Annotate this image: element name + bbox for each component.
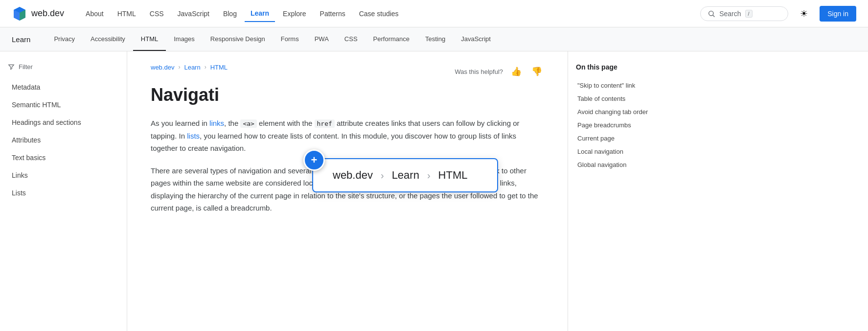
nav-links: About HTML CSS JavaScript Blog Learn Exp… <box>80 5 700 22</box>
svg-line-4 <box>713 15 714 17</box>
sidebar-item-text-basics[interactable]: Text basics <box>0 149 127 166</box>
toc-item-local-navigation[interactable]: Local navigation <box>572 145 667 158</box>
content-area: web.dev › Learn › HTML Was this helpful?… <box>127 51 568 331</box>
search-box[interactable]: Search / <box>700 6 788 21</box>
sub-nav: Learn Privacy Accessibility HTML Images … <box>0 27 868 51</box>
breadcrumb-sep-1: › <box>178 64 180 71</box>
right-panel: On this page "Skip to content" link Tabl… <box>568 51 675 331</box>
toc-item-global-navigation[interactable]: Global navigation <box>572 158 667 171</box>
filter-bar[interactable]: Filter <box>0 59 127 74</box>
sign-in-button[interactable]: Sign in <box>820 6 856 22</box>
filter-label: Filter <box>19 63 33 71</box>
page-title: Navigati <box>151 85 544 105</box>
toc-item-current-page[interactable]: Current page <box>572 132 667 145</box>
tab-javascript[interactable]: JavaScript <box>453 27 499 51</box>
nav-patterns[interactable]: Patterns <box>314 6 351 22</box>
nav-right: Search / ☀ Sign in <box>700 6 856 22</box>
tab-accessibility[interactable]: Accessibility <box>83 27 133 51</box>
helpful-label: Was this helpful? <box>455 68 503 75</box>
anchor-tag: <a> <box>240 119 256 128</box>
tooltip-site: web.dev <box>333 169 373 182</box>
tab-images[interactable]: Images <box>166 27 203 51</box>
tab-performance[interactable]: Performance <box>365 27 417 51</box>
tooltip-sep-1: › <box>381 170 384 181</box>
tab-pwa[interactable]: PWA <box>307 27 337 51</box>
theme-toggle-button[interactable]: ☀ <box>796 6 812 22</box>
sub-nav-tabs: Privacy Accessibility HTML Images Respon… <box>46 27 499 51</box>
filter-icon <box>8 64 15 71</box>
thumbs-down-button[interactable]: 👎 <box>529 64 544 79</box>
logo-link[interactable]: web.dev <box>12 6 64 22</box>
logo-text: web.dev <box>31 8 64 19</box>
search-shortcut: / <box>745 10 753 18</box>
sidebar-item-metadata[interactable]: Metadata <box>0 78 127 96</box>
nav-blog[interactable]: Blog <box>217 6 243 22</box>
tab-html[interactable]: HTML <box>133 27 166 51</box>
lists-link[interactable]: lists <box>187 132 200 140</box>
helpful-row: Was this helpful? 👍 👎 <box>455 64 544 79</box>
nav-about[interactable]: About <box>80 6 110 22</box>
sidebar-item-lists[interactable]: Lists <box>0 184 127 202</box>
toc-item-avoid-changing[interactable]: Avoid changing tab order <box>572 105 667 118</box>
tab-css[interactable]: CSS <box>337 27 365 51</box>
links-link[interactable]: links <box>209 119 224 127</box>
zoom-tooltip: web.dev › Learn › HTML <box>312 158 498 192</box>
sidebar-item-headings[interactable]: Headings and sections <box>0 114 127 131</box>
content-para-1: As you learned in links, the <a> element… <box>151 117 544 155</box>
tab-responsive-design[interactable]: Responsive Design <box>203 27 273 51</box>
svg-marker-5 <box>9 65 14 69</box>
nav-html[interactable]: HTML <box>112 6 142 22</box>
tooltip-learn: Learn <box>392 169 419 182</box>
toc-item-table-of-contents[interactable]: Table of contents <box>572 92 667 105</box>
breadcrumb-webdev[interactable]: web.dev <box>151 64 174 71</box>
nav-javascript[interactable]: JavaScript <box>172 6 215 22</box>
href-attr: href <box>315 119 335 128</box>
tab-privacy[interactable]: Privacy <box>46 27 83 51</box>
sidebar-item-semantic-html[interactable]: Semantic HTML <box>0 96 127 114</box>
tooltip-sep-2: › <box>427 170 431 181</box>
toc-item-page-breadcrumbs[interactable]: Page breadcrumbs <box>572 118 667 132</box>
breadcrumb-learn[interactable]: Learn <box>184 64 200 71</box>
thumbs-up-button[interactable]: 👍 <box>509 64 524 79</box>
sidebar-item-attributes[interactable]: Attributes <box>0 131 127 149</box>
breadcrumb-sep-2: › <box>205 64 206 71</box>
search-icon <box>708 10 715 18</box>
top-nav: web.dev About HTML CSS JavaScript Blog L… <box>0 0 868 27</box>
sub-nav-title: Learn <box>12 35 46 44</box>
tab-testing[interactable]: Testing <box>417 27 453 51</box>
search-label: Search <box>719 10 741 18</box>
zoom-overlay: + web.dev › Learn › HTML <box>312 158 498 192</box>
zoom-icon: + <box>303 149 325 171</box>
breadcrumb-html[interactable]: HTML <box>210 64 228 71</box>
nav-explore[interactable]: Explore <box>277 6 312 22</box>
tooltip-html: HTML <box>438 169 468 182</box>
main-layout: Filter Metadata Semantic HTML Headings a… <box>0 51 868 331</box>
toc-item-skip-to-content[interactable]: "Skip to content" link <box>572 79 667 92</box>
nav-case-studies[interactable]: Case studies <box>353 6 405 22</box>
sidebar-item-links[interactable]: Links <box>0 166 127 184</box>
breadcrumb: web.dev › Learn › HTML <box>151 64 228 71</box>
nav-css[interactable]: CSS <box>144 6 170 22</box>
tab-forms[interactable]: Forms <box>273 27 307 51</box>
on-this-page-title: On this page <box>576 63 667 71</box>
sidebar: Filter Metadata Semantic HTML Headings a… <box>0 51 127 331</box>
logo-icon <box>12 6 27 22</box>
nav-learn[interactable]: Learn <box>245 5 275 22</box>
